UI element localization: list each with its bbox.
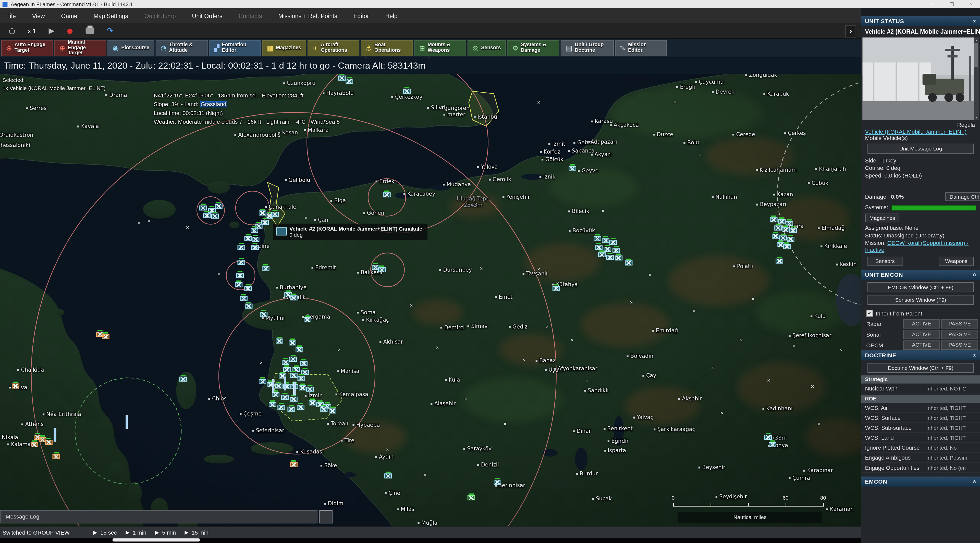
unit-icon[interactable] bbox=[384, 473, 392, 478]
button-formation-editor[interactable]: ▞Formation Editor bbox=[209, 40, 261, 56]
unit-icon[interactable] bbox=[609, 240, 617, 245]
unit-icon[interactable] bbox=[240, 296, 247, 301]
unit-icon[interactable] bbox=[787, 237, 794, 242]
unit-icon[interactable] bbox=[290, 397, 298, 402]
doctrine-window-button[interactable]: Doctrine Window (Ctrl + F9) bbox=[867, 363, 974, 373]
unit-icon[interactable] bbox=[297, 405, 304, 410]
emcon-passive-cell[interactable]: PASSIVE bbox=[941, 340, 978, 350]
message-log-bar[interactable]: Message Log bbox=[0, 510, 318, 523]
unit-icon[interactable] bbox=[282, 360, 289, 365]
unit-icon[interactable] bbox=[54, 428, 56, 442]
menu-file[interactable]: File bbox=[6, 12, 16, 19]
photo-scrollbar[interactable]: ▲▼ bbox=[974, 38, 979, 120]
menu-unit-orders[interactable]: Unit Orders bbox=[192, 12, 222, 19]
emcon-window-button[interactable]: EMCON Window (Ctrl + F9) bbox=[867, 283, 974, 292]
selected-unit-tag[interactable]: Vehicle #2 (KORAL Mobile Jammer+ELINT) C… bbox=[273, 224, 427, 240]
unit-icon[interactable] bbox=[245, 236, 252, 241]
redo-arrow-icon[interactable]: ↷ bbox=[107, 26, 113, 35]
unit-icon[interactable] bbox=[383, 192, 390, 197]
button-systems-damage[interactable]: ⚙Systems & Damage bbox=[507, 40, 559, 56]
panel-expand-arrow[interactable]: › bbox=[845, 25, 856, 38]
button-plot-course[interactable]: ◉Plot Course bbox=[108, 40, 154, 56]
button-sensors[interactable]: ◎Sensors bbox=[468, 40, 506, 56]
clock-icon[interactable]: ◷ bbox=[9, 26, 15, 35]
unit-icon[interactable] bbox=[770, 217, 777, 222]
button-mounts-weapons[interactable]: ⊞Mounts & Weapons bbox=[414, 40, 466, 56]
unit-icon[interactable] bbox=[245, 286, 252, 291]
unit-icon[interactable] bbox=[320, 406, 328, 412]
unit-icon[interactable] bbox=[299, 385, 306, 391]
unit-icon[interactable] bbox=[378, 267, 386, 272]
unit-icon[interactable] bbox=[238, 260, 245, 265]
unit-icon[interactable] bbox=[776, 259, 783, 264]
unit-icon[interactable] bbox=[12, 384, 19, 389]
unit-icon[interactable] bbox=[102, 334, 109, 339]
unit-icon[interactable] bbox=[45, 440, 52, 445]
collapse-icon[interactable] bbox=[973, 272, 976, 278]
unit-icon[interactable] bbox=[615, 256, 622, 260]
doctrine-row-engage-ambigous[interactable]: Engage AmbigousInherited, Pessim bbox=[861, 453, 980, 463]
unit-icon[interactable] bbox=[789, 228, 797, 233]
unit-icon[interactable] bbox=[251, 245, 259, 250]
unit-icon[interactable] bbox=[203, 213, 210, 218]
unit-icon[interactable] bbox=[772, 233, 779, 239]
unit-icon[interactable] bbox=[275, 338, 283, 343]
unit-icon[interactable] bbox=[251, 228, 258, 233]
button-manual-engage-target[interactable]: ⊕Manual Engage Target bbox=[55, 40, 107, 56]
doctrine-row-wcs-surface[interactable]: WCS, SurfaceInherited, TIGHT bbox=[861, 413, 980, 423]
unit-icon[interactable] bbox=[552, 286, 560, 291]
button-magazines[interactable]: ▦Magazines bbox=[262, 40, 306, 56]
unit-icon[interactable] bbox=[306, 387, 313, 392]
unit-message-log-button[interactable]: Unit Message Log bbox=[867, 144, 974, 154]
menu-missions-ref-points[interactable]: Missions + Ref. Points bbox=[278, 12, 337, 19]
emcon-passive-cell[interactable]: PASSIVE bbox=[941, 319, 978, 329]
unit-icon[interactable] bbox=[199, 206, 207, 211]
unit-icon[interactable] bbox=[284, 377, 286, 391]
unit-icon[interactable] bbox=[290, 357, 297, 362]
unit-icon[interactable] bbox=[304, 317, 311, 322]
unit-icon[interactable] bbox=[289, 340, 296, 346]
unit-icon[interactable] bbox=[30, 442, 38, 447]
menu-help[interactable]: Help bbox=[385, 12, 397, 19]
button-auto-engage-target[interactable]: ⊕Auto Engage Target bbox=[1, 40, 53, 56]
unit-icon[interactable] bbox=[468, 495, 475, 500]
unit-emcon-header[interactable]: UNIT EMCON bbox=[861, 270, 980, 280]
unit-icon[interactable] bbox=[293, 381, 296, 395]
unit-icon[interactable] bbox=[345, 79, 353, 84]
menu-game[interactable]: Game bbox=[61, 12, 77, 19]
magazines-button[interactable]: Magazines bbox=[865, 214, 899, 222]
unit-icon[interactable] bbox=[272, 379, 274, 393]
unit-icon[interactable] bbox=[782, 227, 789, 232]
printer-icon[interactable] bbox=[86, 27, 94, 34]
unit-icon[interactable] bbox=[290, 373, 298, 378]
unit-icon[interactable] bbox=[215, 203, 222, 209]
emcon-passive-cell[interactable]: PASSIVE bbox=[941, 330, 978, 339]
unit-icon[interactable] bbox=[290, 462, 298, 467]
speed-button-15-sec[interactable]: ▶15 sec bbox=[94, 529, 117, 536]
doctrine-row-ignore-plotted-course[interactable]: Ignore Plotted CourseInherited, No bbox=[861, 443, 980, 453]
unit-icon[interactable] bbox=[126, 416, 128, 429]
sensors-button[interactable]: Sensors bbox=[867, 257, 902, 266]
unit-icon[interactable] bbox=[595, 245, 602, 250]
unit-icon[interactable] bbox=[602, 238, 609, 243]
unit-icon[interactable] bbox=[259, 379, 266, 384]
speed-button-1-min[interactable]: ▶1 min bbox=[126, 529, 146, 536]
message-log-expand-button[interactable]: ↑ bbox=[319, 510, 332, 523]
doctrine-row-wcs-sub-surface[interactable]: WCS, Sub-surfaceInherited, TIGHT bbox=[861, 423, 980, 433]
unit-icon[interactable] bbox=[275, 384, 283, 389]
speed-button-5-min[interactable]: ▶5 min bbox=[155, 529, 176, 536]
unit-icon[interactable] bbox=[569, 166, 576, 171]
collapse-icon[interactable] bbox=[973, 352, 976, 358]
unit-icon[interactable] bbox=[783, 245, 791, 249]
doctrine-row-nuclear-wpn[interactable]: Nuclear WpnInherited, NOT G bbox=[861, 384, 980, 394]
unit-icon[interactable] bbox=[329, 409, 336, 414]
unit-icon[interactable] bbox=[281, 395, 289, 400]
unit-icon[interactable] bbox=[180, 377, 187, 382]
damage-ctrl-button[interactable]: Damage Ctrl bbox=[945, 192, 980, 201]
unit-icon[interactable] bbox=[774, 225, 782, 230]
sensors-window-button[interactable]: Sensors Window (F9) bbox=[867, 295, 974, 305]
unit-icon[interactable] bbox=[288, 406, 295, 412]
unit-class-link[interactable]: Vehicle (KORAL Mobile Jammer+ELINT) bbox=[861, 128, 980, 135]
inherit-from-parent-checkbox[interactable]: ✔ Inherit from Parent bbox=[861, 307, 980, 319]
play-icon[interactable]: ▶ bbox=[49, 26, 55, 35]
